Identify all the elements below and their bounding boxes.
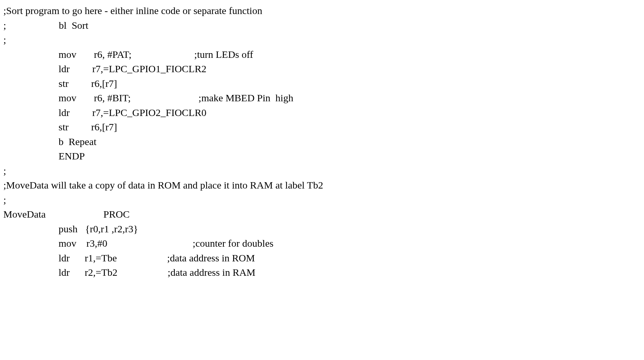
code-line: MoveData PROC xyxy=(3,207,641,222)
code-line: mov r6, #BIT; ;make MBED Pin high xyxy=(3,91,641,105)
code-line: mov r6, #PAT; ;turn LEDs off xyxy=(3,47,641,62)
code-line: ;Sort program to go here - either inline… xyxy=(3,3,641,18)
code-line: ldr r1,=Tbe ;data address in ROM xyxy=(3,251,641,265)
code-line: b Repeat xyxy=(3,134,641,149)
code-line: ; xyxy=(3,163,641,178)
code-listing: ;Sort program to go here - either inline… xyxy=(3,3,641,280)
code-line: ENDP xyxy=(3,149,641,163)
code-line: str r6,[r7] xyxy=(3,76,641,91)
code-line: push {r0,r1 ,r2,r3} xyxy=(3,222,641,236)
code-line: ;MoveData will take a copy of data in RO… xyxy=(3,178,641,193)
code-line: ; bl Sort xyxy=(3,18,641,33)
code-line: ldr r2,=Tb2 ;data address in RAM xyxy=(3,265,641,280)
code-line: str r6,[r7] xyxy=(3,120,641,134)
code-line: ldr r7,=LPC_GPIO2_FIOCLR0 xyxy=(3,105,641,120)
code-line: mov r3,#0 ;counter for doubles xyxy=(3,236,641,251)
code-line: ; xyxy=(3,193,641,207)
code-line: ldr r7,=LPC_GPIO1_FIOCLR2 xyxy=(3,62,641,76)
code-line: ; xyxy=(3,32,641,47)
